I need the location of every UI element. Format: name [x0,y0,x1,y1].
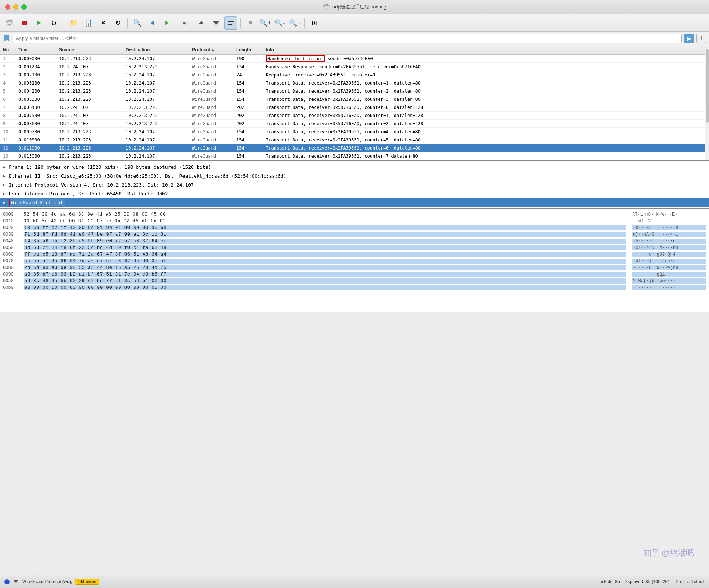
table-row[interactable]: 4 0.003100 10.2.213.223 10.2.24.107 Wire… [0,79,709,87]
hex-ascii: q]··mA·G ·····<·1 [632,232,706,237]
cell-proto: WireGuard [192,113,236,118]
bytes-badge: 148 bytes [75,579,99,585]
filter-apply-btn[interactable]: ▶ [684,34,694,43]
maximize-button[interactable] [21,4,27,10]
cell-src: 10.2.213.223 [59,97,126,102]
table-row[interactable]: 8 0.007500 10.2.24.107 10.2.213.223 Wire… [0,112,709,120]
cell-dst: 10.2.213.223 [126,105,192,110]
cell-src: 10.2.213.223 [59,72,126,78]
toolbar-back-btn[interactable] [145,16,159,30]
hex-bytes: 59 8c 48 4a 5b 02 29 62 bd 77 6f 3c bd b… [24,278,626,284]
hex-offset: 0020 [3,225,18,230]
watermark: 知乎 @绝活吧 [643,547,694,558]
cell-src: 10.2.213.223 [59,154,126,159]
toolbar-go-next-btn[interactable] [209,16,223,30]
cell-len: 154 [236,154,266,159]
detail-row[interactable]: ▶ User Datagram Protocol, Src Port: 6545… [0,189,709,198]
cell-len: 154 [236,146,266,151]
cell-no: 5 [0,89,18,94]
table-row[interactable]: 10 0.009700 10.2.213.223 10.2.24.107 Wir… [0,128,709,136]
hex-ascii: ········ gQ1~···· [632,272,706,277]
toolbar-forward-btn[interactable] [160,16,174,30]
close-button[interactable] [5,4,10,10]
toolbar-follow-btn[interactable] [224,16,237,30]
toolbar-search-btn[interactable]: 🔍 [131,16,144,30]
capture-status-icon [4,579,10,584]
filter-add-btn[interactable]: + [696,34,706,43]
cell-proto: WireGuard [192,89,236,94]
toolbar-zoom-in-btn[interactable]: 🔍+ [258,16,272,30]
svg-marker-10 [4,35,9,41]
cell-src: 10.2.24.107 [59,113,126,118]
toolbar-zoom-reset-btn[interactable]: 🔍~ [288,16,301,30]
cell-info: Transport Data, receiver=0x2FA39551, cou… [266,89,709,94]
col-header-destination: Destination [126,47,192,52]
toolbar-zoom-out-btn[interactable]: 🔍- [273,16,287,30]
toolbar-coloring-btn[interactable]: ≡ [244,16,257,30]
toolbar-shark-btn[interactable]: 🦈 [3,16,16,30]
cell-no: 8 [0,113,18,118]
profile-text: Profile: Default [675,579,705,584]
cell-proto: WireGuard [192,56,236,61]
cell-info: Transport Data, receiver=0x2FA39551, cou… [266,146,709,151]
detail-row[interactable]: ▶ WireGuard Protocol [0,198,709,207]
expand-arrow-icon: ▶ [3,165,9,170]
cell-dst: 10.2.24.107 [126,56,192,61]
cell-info: Handshake Initiation, sender=0x5D716EA0 [266,56,709,61]
hex-ascii: RT·L·m8· M·%···E· [632,212,706,217]
hex-row: 0080 2d 5d 93 a3 9e 98 55 a3 44 8e 16 a5… [3,264,706,271]
hex-ascii: ········ ········ [632,285,706,290]
cell-no: 12 [0,146,18,151]
cell-len: 134 [236,64,266,69]
minimize-button[interactable] [13,4,18,10]
toolbar-reload-btn[interactable]: ↻ [111,16,124,30]
filter-input[interactable] [13,34,682,43]
detail-row[interactable]: ▶ Frame 1: 190 bytes on wire (1520 bits)… [0,163,709,171]
hex-offset: 0050 [3,245,18,250]
hex-ascii: ·5·····[ ··r··7d· [632,239,706,244]
svg-marker-11 [13,580,18,584]
hex-ascii: ··\C··?· ········ [632,219,706,224]
table-row[interactable]: 3 0.002100 10.2.213.223 10.2.24.107 Wire… [0,71,709,79]
toolbar-settings-btn[interactable]: ⚙ [47,16,61,30]
cell-time: 0.013000 [18,154,59,159]
toolbar-stop-btn[interactable] [18,16,31,30]
toolbar-layout-btn[interactable]: ⊞ [308,16,321,30]
toolbar-sep-2 [127,18,128,28]
hex-bytes: 18 6b ff b2 1f 42 00 9c 81 9e 01 00 00 0… [24,225,626,230]
col-header-protocol[interactable]: Protocol ▲ [192,47,236,52]
cell-time: 0.000000 [18,56,59,61]
packet-list-scrollbar[interactable] [705,45,709,160]
detail-label: WireGuard Protocol [9,200,65,205]
cell-info: Transport Data, receiver=0x2FA39551, cou… [266,137,709,143]
table-row[interactable]: 1 0.000000 10.2.213.223 10.2.24.107 Wire… [0,55,709,63]
table-row[interactable]: 7 0.006400 10.2.24.107 10.2.213.223 Wire… [0,103,709,112]
cell-len: 154 [236,137,266,143]
col-header-info: Info [266,47,709,52]
table-row[interactable]: 6 0.005300 10.2.213.223 10.2.24.107 Wire… [0,95,709,103]
cell-dst: 10.2.24.107 [126,154,192,159]
hex-bytes: 00 b0 5c 43 00 00 3f 11 1c ac 0a 02 d5 d… [24,219,626,224]
table-row[interactable]: 2 0.001234 10.2.24.107 10.2.213.223 Wire… [0,63,709,71]
cell-proto: WireGuard [192,64,236,69]
toolbar-go-prev-btn[interactable] [195,16,208,30]
detail-row[interactable]: ▶ Ethernet II, Src: Cisco_e6:25:00 (38:0… [0,171,709,180]
table-row[interactable]: 9 0.008600 10.2.24.107 10.2.213.223 Wire… [0,120,709,128]
toolbar-restart-btn[interactable] [32,16,46,30]
hex-row: 0090 a3 85 b7 c6 93 b0 a1 bf 67 51 31 7e… [3,271,706,278]
detail-row[interactable]: ▶ Internet Protocol Version 4, Src: 10.2… [0,180,709,189]
cell-time: 0.005300 [18,97,59,102]
hex-row: 0000 52 54 00 4c aa 6d 38 0e 4d e6 25 00… [3,211,706,218]
svg-marker-3 [165,21,168,25]
table-row[interactable]: 13 0.013000 10.2.213.223 10.2.24.107 Wir… [0,152,709,160]
cell-no: 3 [0,72,18,78]
table-row[interactable]: 5 0.004200 10.2.213.223 10.2.24.107 Wire… [0,87,709,95]
toolbar-save-btn[interactable]: 📊 [82,16,95,30]
toolbar-go-first-btn[interactable]: ≡↑ [180,16,193,30]
cell-no: 9 [0,121,18,126]
table-row[interactable]: 12 0.011900 10.2.213.223 10.2.24.107 Wir… [0,144,709,152]
toolbar-close-file-btn[interactable]: ✕ [96,16,110,30]
cell-dst: 10.2.213.223 [126,113,192,118]
toolbar-open-btn[interactable]: 📁 [67,16,80,30]
table-row[interactable]: 11 0.010800 10.2.213.223 10.2.24.107 Wir… [0,136,709,144]
